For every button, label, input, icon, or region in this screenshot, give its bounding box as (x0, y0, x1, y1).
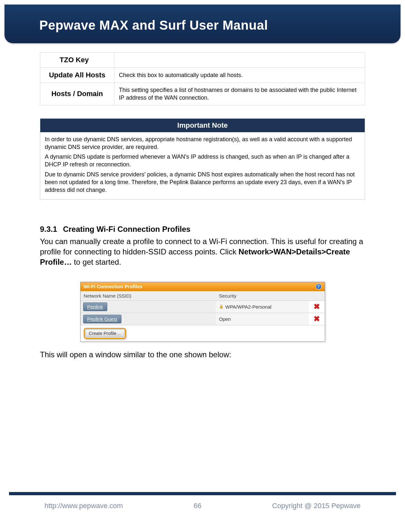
col-header-ssid: Network Name (SSID) (81, 291, 216, 300)
col-header-actions (309, 291, 325, 300)
wifi-columns-row: Network Name (SSID) Security (81, 291, 325, 301)
setting-desc-update-all-hosts: Check this box to automatically update a… (114, 68, 365, 83)
table-row: Hosts / Domain This setting specifies a … (40, 83, 365, 105)
note-header: Important Note (40, 119, 365, 132)
note-paragraph: In order to use dynamic DNS services, ap… (45, 135, 360, 151)
section-intro: You can manually create a profile to con… (40, 236, 365, 268)
setting-label-tzo-key: TZO Key (40, 53, 114, 68)
wifi-profile-link[interactable]: Peplink Guest (83, 315, 121, 323)
footer-page-number: 66 (194, 502, 201, 510)
note-paragraph: A dynamic DNS update is performed whenev… (45, 153, 360, 169)
setting-desc-hosts-domain: This setting specifies a list of hostnam… (114, 83, 365, 105)
wifi-security-value: WPA/WPA2-Personal (226, 304, 272, 310)
section-number: 9.3.1 (40, 225, 57, 234)
wifi-panel-footer: Create Profile… (81, 325, 325, 341)
table-row: Update All Hosts Check this box to autom… (40, 68, 365, 83)
section-after-text: This will open a window similar to the o… (40, 350, 365, 359)
lock-icon (219, 304, 224, 309)
delete-icon[interactable]: ✖ (313, 302, 320, 311)
footer-copyright: Copyright @ 2015 Pepwave (272, 502, 361, 510)
wifi-security-value: Open (219, 316, 231, 322)
create-profile-highlight: Create Profile… (84, 328, 126, 339)
setting-label-hosts-domain: Hosts / Domain (40, 83, 114, 105)
table-row: TZO Key (40, 53, 365, 68)
section-title: Creating Wi-Fi Connection Profiles (63, 225, 190, 234)
section-heading: 9.3.1 Creating Wi-Fi Connection Profiles (40, 225, 365, 234)
wifi-connection-profiles-panel: Wi-Fi Connection Profiles ? Network Name… (80, 282, 325, 342)
note-body: In order to use dynamic DNS services, ap… (40, 132, 365, 199)
intro-text-b: to get started. (72, 258, 121, 266)
page-title: Pepwave MAX and Surf User Manual (5, 5, 400, 33)
delete-icon[interactable]: ✖ (313, 314, 320, 323)
wifi-panel-header: Wi-Fi Connection Profiles ? (81, 282, 325, 291)
wifi-profile-row: Peplink Guest Open ✖ (81, 313, 325, 325)
header-bar: Pepwave MAX and Surf User Manual (5, 5, 400, 43)
setting-label-update-all-hosts: Update All Hosts (40, 68, 114, 83)
page-footer: http://www.pepwave.com 66 Copyright @ 20… (9, 492, 396, 510)
footer-url: http://www.pepwave.com (44, 502, 123, 510)
create-profile-button[interactable]: Create Profile… (85, 330, 125, 337)
setting-desc-empty (114, 53, 365, 68)
settings-table: TZO Key Update All Hosts Check this box … (40, 52, 365, 105)
note-paragraph: Due to dynamic DNS service providers' po… (45, 171, 360, 194)
important-note-box: Important Note In order to use dynamic D… (40, 118, 365, 200)
col-header-security: Security (216, 291, 309, 300)
wifi-panel-title: Wi-Fi Connection Profiles (84, 284, 142, 289)
wifi-profile-row: Peplink WPA/WPA2-Personal ✖ (81, 301, 325, 313)
wifi-profile-link[interactable]: Peplink (83, 302, 107, 311)
help-icon[interactable]: ? (316, 284, 322, 290)
